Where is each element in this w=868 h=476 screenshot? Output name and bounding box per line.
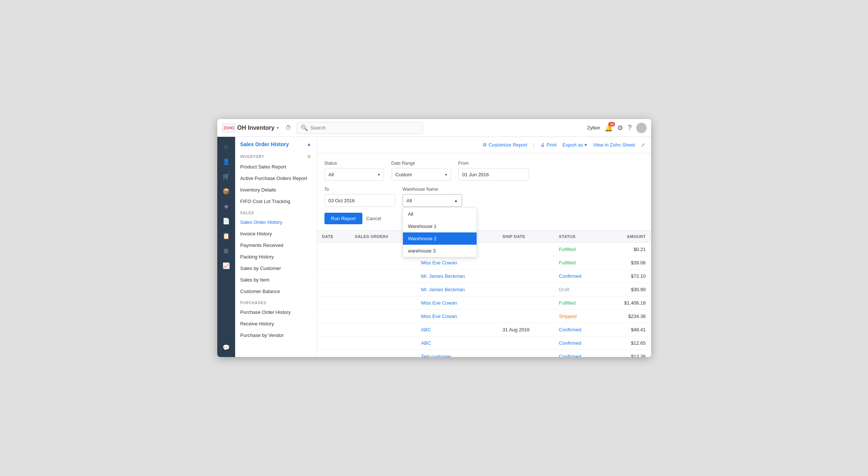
- cell-order: [350, 323, 416, 337]
- warehouse-select[interactable]: All ▲: [403, 194, 462, 207]
- nav-package-icon[interactable]: 📦: [220, 184, 233, 198]
- sidebar-section-close-icon[interactable]: ✕: [307, 154, 311, 160]
- sidebar-item-active-po[interactable]: Active Purchase Orders Report: [235, 173, 317, 184]
- cell-date: [317, 243, 350, 256]
- user-name[interactable]: Zylker: [587, 125, 600, 131]
- sidebar-header: Sales Order History ▲: [235, 137, 317, 150]
- warehouse-option-1[interactable]: Warehouse 1: [403, 220, 477, 232]
- cell-customer[interactable]: Mr. James Beckman: [416, 270, 497, 283]
- notifications-button[interactable]: 🔔 34: [605, 124, 613, 132]
- view-zoho-sheet-button[interactable]: View in Zoho Sheet: [593, 142, 635, 148]
- to-input[interactable]: [324, 194, 395, 207]
- export-button[interactable]: Export as ▾: [563, 142, 587, 148]
- sidebar-item-sales-by-customer[interactable]: Sales by Customer: [235, 263, 317, 274]
- warehouse-option-all[interactable]: All: [403, 208, 477, 220]
- cell-amount: $12.36: [603, 350, 651, 357]
- nav-cube-icon[interactable]: ◈: [220, 199, 233, 213]
- table-row: Miss Eve Cowan Fulfilled $39.06: [317, 256, 651, 270]
- status-select[interactable]: All ▾: [324, 168, 384, 181]
- sidebar-item-purchase-order-history[interactable]: Purchase Order History: [235, 306, 317, 318]
- cell-amount: $39.06: [603, 256, 651, 270]
- sidebar-item-sales-order-history[interactable]: Sales Order History: [235, 216, 317, 228]
- clock-icon[interactable]: ⏱: [283, 123, 294, 133]
- cell-amount: $12.65: [603, 337, 651, 350]
- cell-date: [317, 296, 350, 310]
- cell-customer[interactable]: Mr. James Beckman: [416, 283, 497, 296]
- sidebar-item-fifo[interactable]: FIFO Cost Lot Tracking: [235, 196, 317, 207]
- cell-amount: $1,406.18: [603, 296, 651, 310]
- search-input[interactable]: [310, 125, 419, 131]
- nav-cart-icon[interactable]: 🛒: [220, 170, 233, 183]
- export-arrow-icon: ▾: [584, 142, 587, 148]
- filter-group-warehouse: Warehouse Name All ▲ All Warehouse 1 War…: [403, 187, 462, 207]
- status-label: Status: [324, 161, 384, 166]
- cell-order: [350, 270, 416, 283]
- expand-button[interactable]: ⤢: [641, 142, 645, 148]
- search-bar[interactable]: 🔍: [297, 122, 423, 134]
- sidebar-item-customer-balance[interactable]: Customer Balance: [235, 286, 317, 297]
- icon-nav: ⌂ 👤 🛒 📦 ◈ 📄 📋 ⊞ 📈 💬: [217, 137, 235, 357]
- notif-count: 34: [608, 122, 615, 126]
- customize-report-button[interactable]: ⚙ Customize Report: [483, 142, 527, 148]
- sidebar-item-packing-history[interactable]: Packing History: [235, 251, 317, 263]
- cell-status: Draft: [554, 283, 603, 296]
- filter-group-to: To: [324, 187, 395, 207]
- cell-customer[interactable]: ABC: [416, 323, 497, 337]
- nav-grid-icon[interactable]: ⊞: [220, 244, 233, 257]
- nav-clipboard-icon[interactable]: 📋: [220, 229, 233, 242]
- date-range-select[interactable]: Custom ▾: [391, 168, 451, 181]
- sidebar-item-invoice-history[interactable]: Invoice History: [235, 228, 317, 239]
- app-title: OH Inventory: [237, 125, 275, 131]
- sidebar-item-inventory-details[interactable]: Inventory Details: [235, 184, 317, 196]
- cell-order: [350, 337, 416, 350]
- cell-ship-date: [497, 256, 554, 270]
- sidebar-item-product-sales[interactable]: Product Sales Report: [235, 161, 317, 173]
- from-label: From: [458, 161, 529, 166]
- cell-customer[interactable]: Miss Eve Cowan: [416, 310, 497, 323]
- table-row: Miss Eve Cowan Shipped $234.36: [317, 310, 651, 323]
- cell-status: Fulfilled: [554, 296, 603, 310]
- help-icon[interactable]: ?: [628, 124, 631, 132]
- table-row: Miss Eve Cowan Fulfilled $1,406.18: [317, 296, 651, 310]
- sidebar-section-inventory-label: INVENTORY: [240, 155, 265, 159]
- sidebar-item-payments-received[interactable]: Payments Received: [235, 239, 317, 251]
- cell-ship-date: [497, 243, 554, 256]
- cell-customer[interactable]: ABC: [416, 337, 497, 350]
- cancel-button[interactable]: Cancel: [366, 216, 381, 221]
- sidebar-item-sales-by-item[interactable]: Sales by Item: [235, 274, 317, 286]
- export-label: Export as: [563, 142, 583, 148]
- cell-ship-date: [497, 350, 554, 357]
- toolbar-divider-1: |: [533, 142, 534, 148]
- run-report-button[interactable]: Run Report: [324, 213, 362, 224]
- from-input[interactable]: [458, 168, 529, 181]
- sidebar-item-receive-history[interactable]: Receive History: [235, 318, 317, 329]
- cell-amount: $0.21: [603, 243, 651, 256]
- nav-document-icon[interactable]: 📄: [220, 214, 233, 228]
- table-row: ABC Confirmed $12.65: [317, 337, 651, 350]
- cell-customer[interactable]: Test customer: [416, 350, 497, 357]
- gear-icon: ⚙: [483, 142, 487, 148]
- cell-status: Confirmed: [554, 337, 603, 350]
- nav-contacts-icon[interactable]: 👤: [220, 155, 233, 168]
- cell-customer[interactable]: Miss Eve Cowan: [416, 256, 497, 270]
- filter-actions: Run Report Cancel: [324, 213, 644, 224]
- cell-date: [317, 310, 350, 323]
- settings-icon[interactable]: ⚙: [617, 124, 623, 132]
- cell-amount: $48.41: [603, 323, 651, 337]
- nav-chart-icon[interactable]: 📈: [220, 259, 233, 272]
- nav-chat-icon[interactable]: 💬: [220, 341, 233, 354]
- cell-date: [317, 323, 350, 337]
- sidebar-item-purchase-by-vendor[interactable]: Purchase by Vendor: [235, 329, 317, 341]
- table-row: ABC Fulfilled $0.21: [317, 243, 651, 256]
- cell-customer[interactable]: Miss Eve Cowan: [416, 296, 497, 310]
- cell-status: Confirmed: [554, 350, 603, 357]
- date-range-label: Date Range: [391, 161, 451, 166]
- col-status: STATUS: [554, 231, 603, 243]
- print-button[interactable]: 🖨 Print: [540, 142, 557, 148]
- sidebar-active-title[interactable]: Sales Order History: [240, 141, 289, 147]
- logo-area: ZOHO OH Inventory ▾: [222, 123, 279, 133]
- warehouse-option-3[interactable]: warehouse 3: [403, 245, 477, 257]
- nav-home-icon[interactable]: ⌂: [220, 140, 233, 153]
- warehouse-option-2[interactable]: Warehouse 2: [403, 232, 477, 245]
- cell-ship-date: [497, 337, 554, 350]
